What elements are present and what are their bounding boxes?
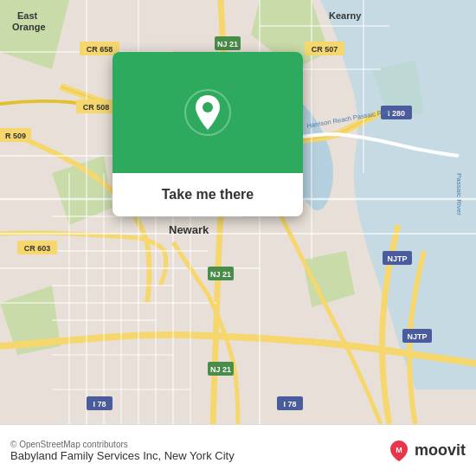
svg-text:R 509: R 509: [5, 132, 26, 140]
bottom-bar: © OpenStreetMap contributors Babyland Fa…: [0, 424, 476, 476]
kearny-label: Kearny: [329, 10, 362, 21]
moovit-text: moovit: [415, 441, 466, 460]
svg-text:NJ 21: NJ 21: [210, 270, 231, 279]
bottom-info: © OpenStreetMap contributors Babyland Fa…: [10, 440, 235, 462]
take-me-there-button[interactable]: Take me there: [126, 183, 289, 206]
svg-text:CR 603: CR 603: [24, 244, 51, 253]
svg-point-64: [203, 102, 213, 113]
popup-button-row: Take me there: [113, 173, 303, 216]
svg-text:NJ 21: NJ 21: [210, 365, 231, 374]
osm-credit: © OpenStreetMap contributors: [10, 440, 235, 449]
svg-text:CR 508: CR 508: [83, 103, 110, 112]
moovit-icon-svg: M: [387, 439, 411, 463]
svg-text:I 78: I 78: [283, 400, 296, 408]
moovit-logo[interactable]: M moovit: [387, 439, 466, 463]
svg-text:NJTP: NJTP: [387, 254, 407, 263]
svg-text:NJTP: NJTP: [407, 332, 427, 341]
location-title: Babyland Family Services Inc, New York C…: [10, 449, 235, 462]
svg-text:Newark: Newark: [169, 223, 209, 236]
popup-card: Take me there: [113, 52, 303, 216]
svg-text:CR 658: CR 658: [87, 45, 113, 54]
map-container: East Orange Kearny CR 658 CR 507 NJ 21 R…: [0, 0, 476, 424]
svg-text:I 78: I 78: [93, 400, 106, 408]
location-pin-icon: [183, 88, 232, 137]
svg-text:M: M: [396, 446, 402, 454]
svg-text:Passaic River: Passaic River: [455, 173, 463, 215]
svg-text:Orange: Orange: [12, 22, 46, 32]
svg-text:East: East: [17, 10, 38, 21]
svg-text:NJ 21: NJ 21: [217, 40, 238, 48]
popup-green-header: [113, 52, 303, 173]
svg-text:CR 507: CR 507: [312, 45, 338, 54]
